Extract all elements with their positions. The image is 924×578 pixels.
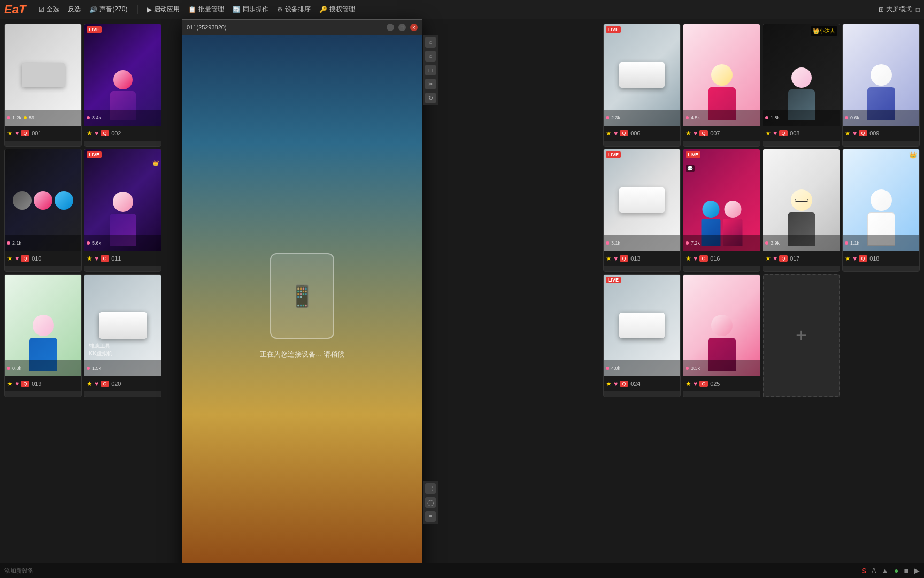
device-screen-008: 👑小达人 1.8k	[763, 24, 840, 126]
device-footer-010: ★ ♥ Q 010	[5, 251, 81, 266]
device-screen-002: LIVE 3.4k	[84, 24, 161, 126]
separator: |	[136, 4, 138, 15]
side-tool-2[interactable]: ○	[425, 51, 436, 62]
device-footer-011: ★ ♥ Q 011	[84, 251, 161, 266]
device-card-017[interactable]: 2.9k ★ ♥ Q 017	[763, 149, 840, 272]
toolbar-right-section: ⊞ 大屏模式 □	[879, 5, 920, 14]
circle-icon[interactable]: ●	[894, 566, 898, 575]
device-card-001[interactable]: 1.2k 89 ★ ♥ Q 001	[4, 24, 82, 147]
device-footer-024: ★ ♥ Q 024	[604, 376, 680, 391]
device-card-006[interactable]: LIVE 2.3k ★ ♥ Q 006	[603, 24, 681, 147]
side-tool-cut[interactable]: ✂	[425, 79, 436, 89]
popup-bottom-toolbar: 〈 ◯ ≡	[423, 481, 438, 524]
live-badge-002: LIVE	[87, 26, 102, 33]
device-screen-001: 1.2k 89	[5, 24, 81, 126]
toolbar-launch-app[interactable]: ▶ 启动应用	[147, 5, 180, 14]
device-card-009[interactable]: 0.6k ★ ♥ Q 009	[842, 24, 920, 147]
device-screen-007: 4.5k	[683, 24, 760, 126]
device-footer-016: ★ ♥ Q 016	[683, 251, 760, 266]
side-tool-1[interactable]: ○	[425, 37, 436, 48]
sound-icon: 🔊	[89, 6, 97, 13]
device-card-016[interactable]: LIVE 💬 7.2k ★	[683, 149, 760, 272]
left-device-grid: 1.2k 89 ★ ♥ Q 001 LIVE	[0, 19, 166, 578]
status-text: 添加新设备	[4, 567, 34, 575]
device-card-020[interactable]: 辅助工具 KK虚拟机 1.5k ★ ♥ Q 020	[84, 274, 161, 397]
live-badge-016: LIVE	[686, 151, 700, 158]
square-icon[interactable]: ■	[904, 566, 908, 575]
device-card-025[interactable]: 3.3k ★ ♥ Q 025	[683, 274, 760, 397]
device-screen-011: LIVE 👑 5.6k	[84, 149, 161, 251]
device-card-008[interactable]: 👑小达人 1.8k ★ ♥ Q 008	[763, 24, 840, 147]
device-card-007[interactable]: 4.5k ★ ♥ Q 007	[683, 24, 760, 147]
popup-side-toolbar: ○ ○ □ ✂ ↻	[423, 35, 438, 105]
device-screen-009: 0.6k	[843, 24, 919, 126]
popup-title: 011(25293820)	[187, 24, 382, 31]
device-footer-002: ★ ♥ Q 002	[84, 126, 161, 141]
play-icon[interactable]: ▶	[914, 566, 920, 575]
popup-minimize-btn[interactable]: —	[387, 24, 394, 31]
add-device-card[interactable]: +	[763, 274, 840, 397]
toolbar-sort[interactable]: ⚙ 设备排序	[277, 5, 311, 14]
device-card-002[interactable]: LIVE 3.4k ★ ♥ Q 002	[84, 24, 161, 147]
popup-maximize-btn[interactable]: □	[398, 24, 406, 31]
side-tool-home[interactable]: ◯	[425, 497, 436, 508]
auth-icon: 🔑	[319, 6, 327, 13]
app-logo: EaT	[4, 3, 26, 17]
device-screen-018: 👑 1.1k	[843, 149, 919, 251]
device-footer-019: ★ ♥ Q 019	[5, 376, 81, 391]
device-footer-001: ★ ♥ Q 001	[5, 126, 81, 141]
toolbar-sync[interactable]: 🔄 同步操作	[233, 5, 268, 14]
popup-loading-text: 正在为您连接设备... 请稍候	[260, 349, 344, 359]
device-footer-008: ★ ♥ Q 008	[763, 126, 840, 141]
sort-icon: ⚙	[277, 6, 283, 13]
device-card-024[interactable]: LIVE 4.0k ★ ♥ Q 024	[603, 274, 681, 397]
device-footer-018: ★ ♥ Q 018	[843, 251, 919, 266]
launch-icon: ▶	[147, 6, 152, 13]
phone-device-outline: 📱	[270, 253, 334, 339]
device-screen-025: 3.3k	[683, 275, 760, 376]
popup-close-btn[interactable]: ×	[410, 24, 418, 31]
side-tool-3[interactable]: □	[425, 65, 436, 75]
device-footer-009: ★ ♥ Q 009	[843, 126, 919, 141]
device-screen-024: LIVE 4.0k	[604, 275, 680, 376]
live-badge-011: LIVE	[87, 151, 102, 158]
device-card-011[interactable]: LIVE 👑 5.6k ★ ♥ Q 011	[84, 149, 161, 272]
add-icon: +	[796, 324, 807, 347]
toolbar-batch[interactable]: 📋 批量管理	[188, 5, 224, 14]
up-icon[interactable]: ▲	[881, 566, 889, 575]
phone-placeholder-icon: 📱	[289, 284, 315, 309]
popup-phone-screen: 📱 正在为您连接设备... 请稍候	[182, 35, 422, 577]
toolbar-bigscreen[interactable]: ⊞ 大屏模式	[879, 5, 912, 14]
checkbox-icon: ☑	[38, 6, 44, 13]
bigscreen-icon: ⊞	[879, 6, 884, 13]
watermark: 辅助工具 KK虚拟机	[89, 343, 112, 358]
live-badge-024: LIVE	[606, 277, 621, 283]
device-card-018[interactable]: 👑 1.1k ★ ♥ Q 018	[842, 149, 920, 272]
toolbar-auth[interactable]: 🔑 授权管理	[319, 5, 355, 14]
device-screen-006: LIVE 2.3k	[604, 24, 680, 126]
device-card-013[interactable]: LIVE 3.1k ★ ♥ Q 013	[603, 149, 681, 272]
device-footer-006: ★ ♥ Q 006	[604, 126, 680, 141]
device-screen-019: 0.8k	[5, 275, 81, 376]
empty-slot	[842, 274, 920, 397]
side-tool-rotate[interactable]: ↻	[425, 93, 436, 103]
popup-titlebar: 011(25293820) — □ ×	[182, 20, 422, 35]
toolbar-sound[interactable]: 🔊 声音(270)	[89, 5, 127, 14]
a-icon[interactable]: A	[872, 567, 876, 574]
side-tool-menu[interactable]: ≡	[425, 511, 436, 522]
toolbar-select-all[interactable]: ☑ 全选	[38, 5, 59, 14]
device-screen-013: LIVE 3.1k	[604, 149, 680, 251]
device-screen-010: 2.1k	[5, 149, 81, 251]
live-badge-006: LIVE	[606, 26, 621, 33]
toolbar-window[interactable]: □	[916, 6, 920, 13]
device-card-010[interactable]: 2.1k ★ ♥ Q 010	[4, 149, 82, 272]
device-card-019[interactable]: 0.8k ★ ♥ Q 019	[4, 274, 82, 397]
toolbar-invert[interactable]: 反选	[68, 5, 81, 14]
device-footer-020: ★ ♥ Q 020	[84, 376, 161, 391]
sync-icon: 🔄	[233, 6, 241, 13]
right-device-grid: LIVE 2.3k ★ ♥ Q 006	[599, 19, 924, 527]
device-footer-007: ★ ♥ Q 007	[683, 126, 760, 141]
side-tool-back[interactable]: 〈	[425, 483, 436, 494]
s-icon[interactable]: S	[862, 567, 867, 575]
bottom-statusbar: 添加新设备 S A ▲ ● ■ ▶	[0, 563, 924, 578]
